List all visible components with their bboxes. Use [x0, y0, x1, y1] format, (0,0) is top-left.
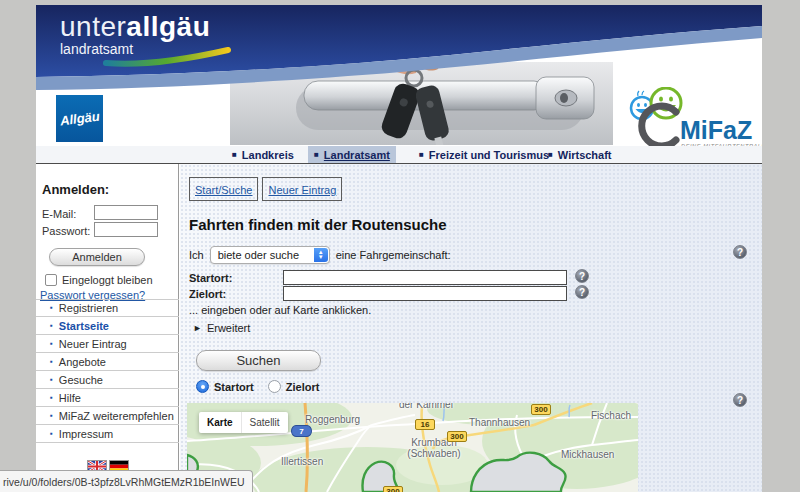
map-place-label: Mickhausen: [561, 449, 614, 460]
help-icon[interactable]: ?: [733, 393, 747, 407]
map-place-label: der Kammel: [399, 403, 453, 410]
search-button[interactable]: Suchen: [196, 350, 321, 371]
tab-neuer-eintrag[interactable]: Neuer Eintrag: [262, 177, 342, 201]
logo-swoosh-icon: [102, 47, 232, 69]
sidebar-item-impressum[interactable]: ▪Impressum: [36, 425, 179, 443]
sidebar-item-startseite[interactable]: ▪Startseite: [36, 317, 179, 335]
menu-square-icon: ▪: [50, 376, 53, 384]
nav-item-freizeit-und-tourismus[interactable]: ■ Freizeit und Tourismus: [413, 146, 555, 163]
zielort-label: Zielort:: [189, 288, 226, 300]
nav-square-icon: ■: [232, 151, 237, 159]
stay-logged-in-label: Eingeloggt bleiben: [62, 274, 153, 286]
radio-startort[interactable]: Startort: [196, 380, 254, 393]
map-hint: ... eingeben oder auf Karte anklicken.: [189, 304, 371, 316]
login-button[interactable]: Anmelden: [49, 248, 145, 266]
page-title: Fahrten finden mit der Routensuche: [189, 216, 447, 233]
menu-square-icon: ▪: [50, 340, 53, 348]
nav-square-icon: ■: [548, 151, 553, 159]
email-field[interactable]: [94, 205, 158, 220]
help-icon[interactable]: ?: [733, 245, 747, 259]
nav-divider: [36, 163, 762, 164]
triangle-right-icon: ►: [193, 323, 202, 333]
select-stepper-icon: ▲▼: [314, 248, 328, 262]
sidebar-item-angebote[interactable]: ▪Angebote: [36, 353, 179, 371]
sidebar: Anmelden: E-Mail: Passwort: Anmelden Ein…: [36, 164, 179, 492]
menu-square-icon: ▪: [50, 322, 53, 330]
startort-label: Startort:: [189, 272, 232, 284]
radio-unselected-icon[interactable]: [268, 380, 281, 393]
map-type-karte-button[interactable]: Karte: [199, 412, 241, 433]
map-type-satellit-button[interactable]: Satellit: [242, 412, 288, 433]
main-content: Start/Suche Neuer Eintrag Fahrten finden…: [180, 164, 762, 492]
tab-start-suche[interactable]: Start/Suche: [189, 177, 258, 201]
browser-page: unterallgäu landratsamt Allgäu: [36, 5, 762, 492]
menu-square-icon: ▪: [50, 430, 53, 438]
sidebar-menu: ▪Registrieren ▪Startseite ▪Neuer Eintrag…: [36, 299, 179, 443]
menu-square-icon: ▪: [50, 394, 53, 402]
route-shield: 300: [531, 404, 551, 415]
nav-square-icon: ■: [314, 151, 319, 159]
search-mode-row: Ich biete oder suche ▲▼ eine Fahrgemeins…: [189, 246, 451, 264]
mode-select[interactable]: biete oder suche ▲▼: [210, 246, 330, 264]
map-place-label: Roggenburg: [305, 414, 360, 425]
sidebar-item-registrieren[interactable]: ▪Registrieren: [36, 299, 179, 317]
route-shield: 16: [415, 419, 435, 430]
login-heading: Anmelden:: [42, 182, 109, 197]
menu-square-icon: ▪: [50, 412, 53, 420]
route-shield: 300: [383, 486, 403, 492]
google-map[interactable]: Karte Satellit der Kammel Roggenburg Tha…: [187, 403, 638, 492]
menu-square-icon: ▪: [50, 358, 53, 366]
erweitert-toggle[interactable]: ► Erweitert: [193, 322, 250, 334]
map-place-label: Fischach: [591, 410, 631, 421]
radio-selected-icon[interactable]: [196, 380, 209, 393]
nav-item-wirtschaft[interactable]: ■ Wirtschaft: [542, 146, 618, 163]
motorway-shield: 7: [291, 425, 312, 437]
help-icon[interactable]: ?: [575, 269, 589, 283]
radio-zielort[interactable]: Zielort: [268, 380, 320, 393]
browser-status-bar: rive/u/0/folders/0B-t3pfz8LvRhMGtEMzR1bE…: [0, 470, 253, 492]
allgau-logo: Allgäu: [56, 95, 103, 142]
mode-select-value: biete oder suche: [211, 249, 299, 261]
nav-item-landkreis[interactable]: ■ Landkreis: [226, 146, 300, 163]
help-icon[interactable]: ?: [575, 285, 589, 299]
map-type-control: Karte Satellit: [199, 412, 288, 433]
stay-logged-in-checkbox[interactable]: [45, 274, 57, 286]
startort-input[interactable]: [283, 270, 567, 285]
main-navigation: ■ Landkreis ■ Landratsamt ■ Freizeit und…: [36, 146, 762, 163]
map-place-label: Illertissen: [281, 456, 323, 467]
sidebar-item-gesuche[interactable]: ▪Gesuche: [36, 371, 179, 389]
sidebar-item-hilfe[interactable]: ▪Hilfe: [36, 389, 179, 407]
content-tabs: Start/Suche Neuer Eintrag: [189, 177, 342, 201]
sidebar-item-mifaz-weiterempfehlen[interactable]: ▪MiFaZ weiterempfehlen: [36, 407, 179, 425]
password-label: Passwort:: [42, 225, 90, 237]
status-url-text: rive/u/0/folders/0B-t3pfz8LvRhMGtEMzR1bE…: [3, 476, 245, 488]
sidebar-item-neuer-eintrag[interactable]: ▪Neuer Eintrag: [36, 335, 179, 353]
zielort-input[interactable]: [283, 286, 567, 301]
allgau-logo-label: Allgäu: [59, 109, 100, 129]
ich-label: Ich: [189, 249, 204, 261]
nav-item-landratsamt[interactable]: ■ Landratsamt: [308, 146, 396, 163]
email-label: E-Mail:: [42, 208, 76, 220]
map-mode-radios: Startort Zielort: [196, 380, 319, 393]
menu-square-icon: ▪: [50, 304, 53, 312]
fahrgemeinschaft-label: eine Fahrgemeinschaft:: [336, 249, 451, 261]
nav-square-icon: ■: [419, 151, 424, 159]
password-field[interactable]: [94, 222, 158, 237]
svg-text:MiFaZ: MiFaZ: [680, 116, 752, 144]
site-logo-title: unterallgäu: [60, 12, 210, 41]
route-shield: 300: [447, 431, 467, 442]
map-place-label: Thannhausen: [469, 417, 530, 428]
